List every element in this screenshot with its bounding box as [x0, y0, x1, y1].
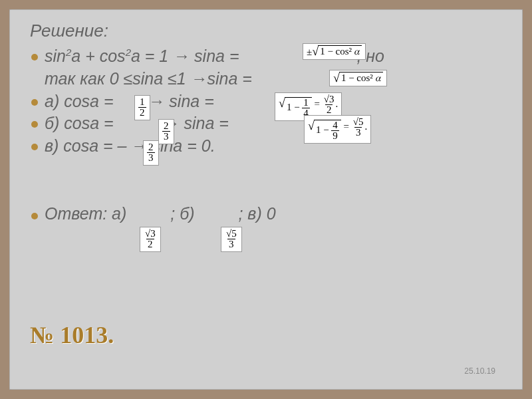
numerator: √5 [352, 117, 365, 127]
denominator: 3 [354, 127, 362, 138]
formula-two-thirds: 23 [158, 119, 174, 144]
squared: 2 [126, 47, 131, 58]
numerator: 4 [331, 120, 339, 130]
text: ; в) 0 [238, 204, 275, 223]
answer-b-value: √53 [221, 227, 242, 252]
numerator: √3 [323, 94, 336, 104]
radicand: 1 − cos² 𝛼 [318, 45, 362, 57]
solution-list: sin2a + cos2a = 1 → sina = , но так как … [30, 45, 502, 158]
formula-one-half: 12 [134, 95, 150, 120]
formula-sqrt: √1 − cos² 𝛼 [329, 70, 387, 86]
numerator: 2 [162, 121, 170, 131]
text: sin [45, 47, 66, 65]
text: так как 0 ≤sina ≤1 →sina = [45, 69, 252, 88]
radicand: 1 − cos² 𝛼 [339, 72, 383, 84]
denominator: 3 [227, 239, 235, 249]
text: а) cosa = [45, 92, 114, 110]
pm-sign: ± [307, 47, 312, 57]
formula-two-thirds-v: 23 [143, 140, 159, 166]
denominator: 9 [331, 130, 339, 141]
denominator: 2 [146, 239, 154, 249]
formula-pm-sqrt: ±√1 − cos² 𝛼 [303, 43, 366, 60]
denominator: 3 [147, 152, 155, 163]
slide-content: Решение: sin2a + cos2a = 1 → sina = , но… [10, 10, 522, 389]
text: a = 1 → sina = [131, 47, 239, 65]
numerator: √3 [144, 229, 157, 239]
line-v: в) cosa = –→ sina = 0. [30, 135, 502, 158]
line-a: а) cosa = → sina = [30, 90, 502, 113]
text: в) cosa = – [45, 136, 127, 155]
denominator: 3 [162, 131, 170, 142]
slide-outer-frame: Решение: sin2a + cos2a = 1 → sina = , но… [0, 0, 532, 399]
denominator: 2 [138, 107, 146, 118]
slide-date: 25.10.19 [464, 366, 495, 376]
slide-inner-frame: Решение: sin2a + cos2a = 1 → sina = , но… [9, 9, 523, 390]
numerator: 1 [138, 97, 146, 107]
numerator: 2 [147, 142, 155, 152]
answer-line: Ответ: а) ; б) ; в) 0 [30, 204, 502, 223]
text: б) cosa = [45, 114, 114, 132]
formula-b-result: √1 − 49 = √53. [304, 115, 371, 144]
line-b: б) cosa = → sina = [30, 112, 502, 135]
text: ; б) [170, 204, 194, 223]
problem-number: № 1013. [30, 321, 114, 349]
answer-a-value: √32 [140, 227, 161, 252]
denominator: 2 [325, 104, 333, 115]
line-1: sin2a + cos2a = 1 → sina = , но так как … [30, 45, 502, 90]
text: → sina = [148, 92, 213, 110]
numerator: 1 [302, 98, 310, 108]
numerator: √5 [225, 229, 238, 239]
solution-heading: Решение: [30, 21, 502, 41]
text: Ответ: а) [45, 204, 126, 223]
text: a + cos [71, 47, 125, 65]
